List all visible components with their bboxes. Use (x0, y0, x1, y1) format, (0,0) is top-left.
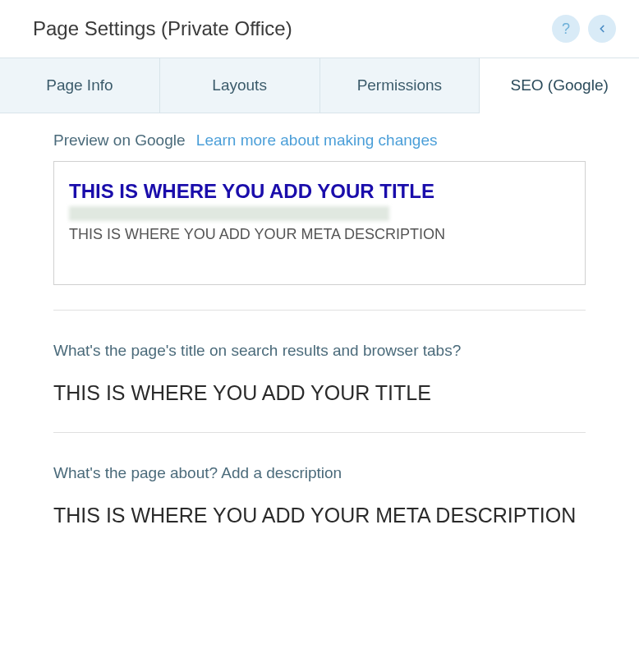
preview-header-row: Preview on Google Learn more about makin… (53, 131, 586, 150)
title-field-section: What's the page's title on search result… (53, 311, 586, 432)
google-preview-box: THIS IS WHERE YOU ADD YOUR TITLE THIS IS… (53, 161, 586, 285)
description-field-input[interactable]: THIS IS WHERE YOU ADD YOUR META DESCRIPT… (53, 502, 586, 530)
learn-more-link[interactable]: Learn more about making changes (196, 131, 438, 149)
dialog-title: Page Settings (Private Office) (33, 17, 292, 40)
preview-description: THIS IS WHERE YOU ADD YOUR META DESCRIPT… (69, 226, 570, 243)
preview-url-blurred (69, 206, 389, 221)
back-button[interactable] (588, 15, 616, 43)
description-field-section: What's the page about? Add a description… (53, 433, 586, 555)
tabs-container: Page Info Layouts Permissions SEO (Googl… (0, 58, 639, 113)
dialog-header: Page Settings (Private Office) ? (0, 0, 639, 58)
tab-seo[interactable]: SEO (Google) (480, 58, 639, 113)
preview-label: Preview on Google (53, 131, 186, 149)
description-field-label: What's the page about? Add a description (53, 464, 586, 482)
preview-title: THIS IS WHERE YOU ADD YOUR TITLE (69, 180, 570, 203)
title-field-label: What's the page's title on search result… (53, 342, 586, 360)
tab-page-info[interactable]: Page Info (0, 58, 160, 113)
tab-layouts[interactable]: Layouts (160, 58, 320, 113)
content-area: Preview on Google Learn more about makin… (0, 113, 639, 571)
title-field-input[interactable]: THIS IS WHERE YOU ADD YOUR TITLE (53, 380, 586, 407)
tab-permissions[interactable]: Permissions (320, 58, 480, 113)
help-button[interactable]: ? (552, 15, 580, 43)
help-icon: ? (562, 21, 570, 38)
header-buttons: ? (552, 15, 616, 43)
chevron-left-icon (596, 23, 608, 35)
